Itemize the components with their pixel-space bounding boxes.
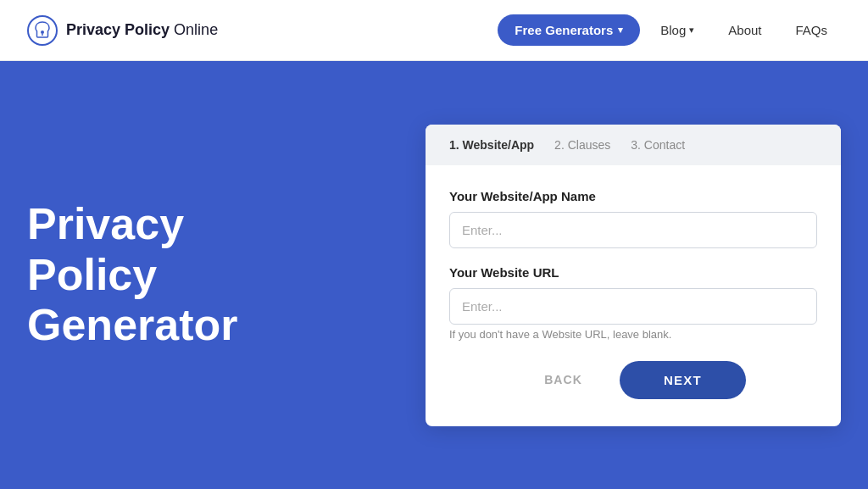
website-url-hint: If you don't have a Website URL, leave b…: [449, 328, 817, 341]
step-2: 2. Clauses: [554, 138, 610, 152]
form-body: Your Website/App Name Your Website URL I…: [426, 165, 841, 426]
chevron-down-icon: ▾: [618, 25, 623, 36]
main-content: Privacy Policy Generator 1. Website/App …: [0, 61, 868, 489]
nav-links: Free Generators ▾ Blog ▾ About FAQs: [498, 14, 841, 46]
form-panel: 1. Website/App 2. Clauses 3. Contact You…: [426, 125, 841, 426]
faqs-nav-link[interactable]: FAQs: [782, 16, 841, 44]
navbar: Privacy Policy Online Free Generators ▾ …: [0, 0, 868, 61]
next-button[interactable]: NEXT: [620, 361, 746, 399]
back-button[interactable]: BACK: [520, 361, 606, 399]
logo-area: Privacy Policy Online: [27, 15, 218, 46]
blog-nav-link[interactable]: Blog ▾: [647, 16, 708, 44]
form-actions: BACK NEXT: [449, 361, 817, 399]
logo-text: Privacy Policy Online: [66, 21, 218, 39]
generators-label: Free Generators: [515, 23, 613, 37]
free-generators-button[interactable]: Free Generators ▾: [498, 14, 640, 46]
hero-text: Privacy Policy Generator: [27, 158, 426, 392]
blog-chevron-icon: ▾: [689, 25, 694, 36]
step-1: 1. Website/App: [449, 138, 534, 152]
logo-icon: [27, 15, 58, 46]
about-label: About: [728, 23, 761, 37]
faqs-label: FAQs: [795, 23, 827, 37]
svg-point-1: [41, 31, 44, 34]
form-steps: 1. Website/App 2. Clauses 3. Contact: [426, 125, 841, 165]
step-3: 3. Contact: [631, 138, 685, 152]
about-nav-link[interactable]: About: [715, 16, 775, 44]
blog-label: Blog: [660, 23, 686, 37]
website-app-name-input[interactable]: [449, 212, 817, 248]
website-url-label: Your Website URL: [449, 265, 817, 280]
page-title: Privacy Policy Generator: [27, 199, 315, 351]
website-url-input[interactable]: [449, 288, 817, 325]
website-app-name-label: Your Website/App Name: [449, 189, 817, 203]
